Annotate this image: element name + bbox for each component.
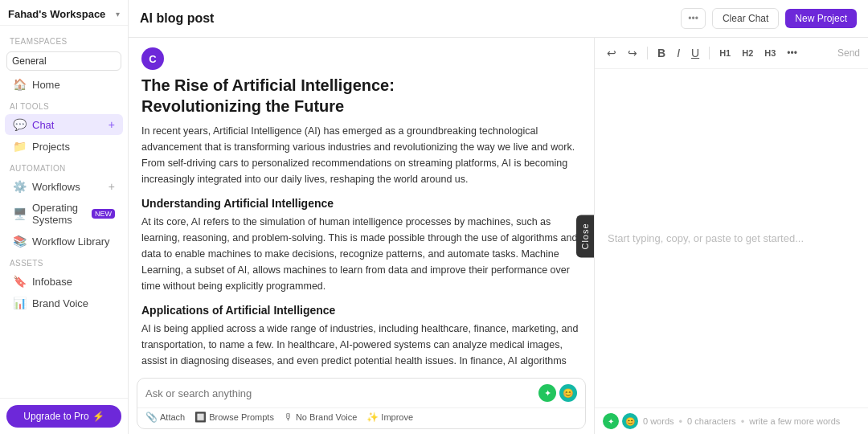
no-brand-voice-label: No Brand Voice (296, 412, 357, 422)
sidebar-item-infobase[interactable]: 🔖 Infobase (5, 271, 123, 292)
doc-author-row: C (129, 38, 594, 75)
attach-label: Attach (160, 412, 185, 422)
sidebar-item-projects-label: Projects (32, 141, 115, 153)
sidebar-item-home-label: Home (32, 79, 115, 91)
document-area: C The Rise of Artificial Intelligence: R… (129, 38, 595, 434)
assets-label: Assets (0, 252, 128, 270)
teamspaces-label: Teamspaces (0, 31, 128, 48)
chat-teal-icon[interactable]: 😊 (622, 413, 638, 429)
toolbar-h3-button[interactable]: H3 (760, 46, 780, 60)
chat-ai-icons: ✦ 😊 (603, 413, 638, 429)
chat-icon: 💬 (13, 118, 27, 131)
os-new-badge: NEW (92, 209, 115, 219)
home-icon: 🏠 (13, 78, 27, 91)
chat-footer: ✦ 😊 0 words • 0 characters • write a few… (595, 407, 868, 434)
workflows-add-icon[interactable]: + (108, 180, 115, 193)
sidebar-item-home[interactable]: 🏠 Home (5, 74, 123, 95)
workspace-chevron-icon[interactable]: ▾ (116, 10, 120, 18)
close-tab[interactable]: Close (576, 215, 594, 257)
sidebar-header: Fahad's Workspace ▾ (0, 0, 128, 26)
upgrade-icon: ⚡ (92, 411, 104, 422)
toolbar-h1-button[interactable]: H1 (715, 46, 735, 60)
doc-title: The Rise of Artificial Intelligence: Rev… (141, 75, 581, 117)
general-select[interactable]: General (6, 51, 121, 71)
workspace-name: Fahad's Workspace (8, 8, 111, 20)
doc-section1-text: At its core, AI refers to the simulation… (141, 214, 581, 294)
clear-chat-button[interactable]: Clear Chat (712, 8, 779, 29)
sidebar-item-infobase-label: Infobase (32, 276, 115, 288)
chat-placeholder: Start typing, copy, or paste to get star… (608, 229, 855, 248)
chat-add-icon[interactable]: + (108, 118, 115, 131)
ask-toolbar: 📎 Attach 🔲 Browse Prompts 🎙 No Brand Voi… (137, 407, 585, 428)
attach-icon: 📎 (145, 411, 158, 423)
upgrade-label: Upgrade to Pro (23, 411, 88, 422)
avatar: C (141, 47, 164, 70)
chars-stat: 0 characters (687, 416, 736, 426)
chat-footer-stats: 0 words • 0 characters • write a few mor… (643, 416, 840, 428)
dots-button[interactable]: ••• (681, 8, 706, 29)
sidebar-item-workflows[interactable]: ⚙️ Workflows + (5, 176, 123, 197)
chat-panel: ↩ ↪ B I U H1 H2 H3 ••• Send Start typing… (595, 38, 868, 434)
upgrade-button[interactable]: Upgrade to Pro ⚡ (6, 405, 121, 428)
doc-intro: In recent years, Artificial Intelligence… (141, 123, 581, 187)
ai-tools-label: AI Tools (0, 96, 128, 113)
toolbar-bold-button[interactable]: B (653, 44, 669, 62)
ask-input-row: ✦ 😊 (137, 379, 585, 407)
no-brand-voice-tool[interactable]: 🎙 No Brand Voice (284, 411, 357, 423)
stat-separator-2: • (741, 416, 745, 428)
workflows-icon: ⚙️ (13, 180, 27, 193)
sidebar-item-workflow-library[interactable]: 📚 Workflow Library (5, 231, 123, 252)
ask-green-icon[interactable]: ✦ (538, 384, 556, 402)
send-button[interactable]: Send (837, 47, 860, 59)
general-select-wrapper[interactable]: General (6, 51, 121, 71)
brand-voice-tool-icon: 🎙 (284, 411, 293, 423)
toolbar-italic-button[interactable]: I (673, 44, 684, 62)
automation-label: Automation (0, 158, 128, 175)
improve-icon: ✨ (366, 411, 379, 423)
sidebar: Fahad's Workspace ▾ Teamspaces General 🏠… (0, 0, 129, 434)
chat-green-icon[interactable]: ✦ (603, 413, 619, 429)
improve-label: Improve (381, 412, 413, 422)
browse-prompts-label: Browse Prompts (209, 412, 274, 422)
toolbar-separator-2 (709, 47, 710, 59)
chat-body[interactable]: Start typing, copy, or paste to get star… (595, 69, 868, 407)
sidebar-item-os-label: Operating Systems (32, 202, 83, 226)
ask-input[interactable] (145, 387, 534, 399)
toolbar-h2-button[interactable]: H2 (738, 46, 757, 60)
content-row: C The Rise of Artificial Intelligence: R… (129, 38, 868, 434)
toolbar-undo-icon[interactable]: ↩ (603, 44, 620, 62)
new-project-button[interactable]: New Project (785, 9, 857, 28)
toolbar-underline-button[interactable]: U (687, 44, 703, 62)
stat-separator-1: • (679, 416, 683, 428)
browse-prompts-tool[interactable]: 🔲 Browse Prompts (194, 411, 274, 423)
doc-section1-title: Understanding Artificial Intelligence (141, 197, 581, 210)
sidebar-item-brand-voice[interactable]: 📊 Brand Voice (5, 293, 123, 313)
projects-icon: 📁 (13, 140, 27, 153)
improve-tool[interactable]: ✨ Improve (366, 411, 413, 423)
attach-tool[interactable]: 📎 Attach (145, 411, 185, 423)
page-title: AI blog post (140, 11, 674, 26)
sidebar-item-brand-voice-label: Brand Voice (32, 297, 115, 309)
infobase-icon: 🔖 (13, 275, 27, 288)
toolbar-more-icon[interactable]: ••• (783, 45, 801, 61)
toolbar-redo-icon[interactable]: ↪ (624, 44, 641, 62)
chat-toolbar: ↩ ↪ B I U H1 H2 H3 ••• Send (595, 38, 868, 69)
sidebar-item-library-label: Workflow Library (32, 235, 115, 248)
doc-section2-text: AI is being applied across a wide range … (141, 321, 581, 373)
sidebar-item-projects[interactable]: 📁 Projects (5, 136, 123, 157)
ask-icons: ✦ 😊 (538, 384, 577, 402)
sidebar-item-chat[interactable]: 💬 Chat + (5, 114, 123, 135)
library-icon: 📚 (13, 235, 27, 248)
ask-bar: ✦ 😊 📎 Attach 🔲 Browse Prompts 🎙 (137, 378, 586, 429)
sidebar-content: Teamspaces General 🏠 Home AI Tools 💬 Cha… (0, 26, 128, 398)
document-scroll: The Rise of Artificial Intelligence: Rev… (129, 75, 594, 373)
sidebar-item-workflows-label: Workflows (32, 181, 103, 193)
toolbar-separator-1 (647, 47, 648, 59)
main-area: AI blog post ••• Clear Chat New Project … (129, 0, 868, 434)
write-hint: write a few more words (749, 416, 840, 426)
sidebar-footer: Upgrade to Pro ⚡ (0, 398, 128, 434)
ask-teal-icon[interactable]: 😊 (559, 384, 577, 402)
os-icon: 🖥️ (13, 207, 27, 220)
sidebar-item-chat-label: Chat (32, 119, 103, 131)
sidebar-item-operating-systems[interactable]: 🖥️ Operating Systems NEW (5, 198, 123, 230)
